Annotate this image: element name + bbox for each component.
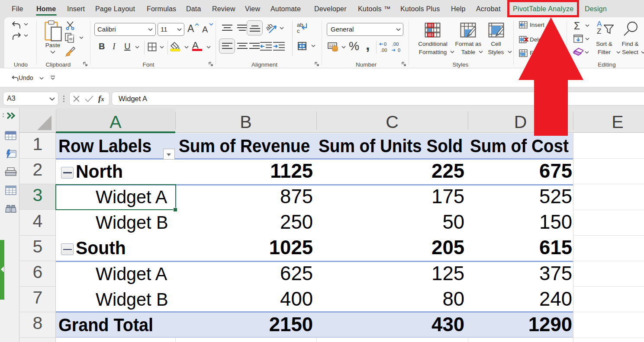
svg-text:ab: ab <box>266 22 274 32</box>
svg-text:c: c <box>297 28 300 34</box>
svg-text:0: 0 <box>384 42 386 47</box>
svg-text:.00: .00 <box>380 48 387 53</box>
svg-text:0: 0 <box>398 48 400 53</box>
svg-text:.00: .00 <box>392 42 399 47</box>
